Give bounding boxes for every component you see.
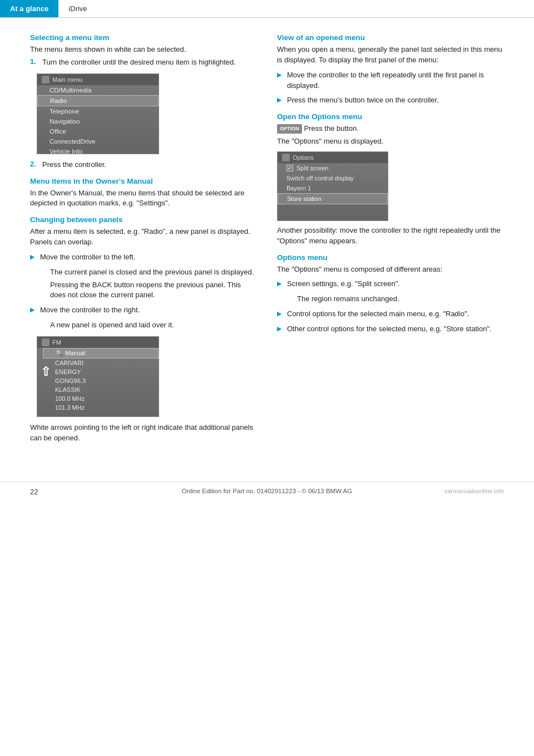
section-selecting-title: Selecting a menu item	[30, 33, 257, 42]
press-btn-text: Press the button.	[304, 124, 359, 132]
bullet-1-sub1: The current panel is closed and the prev…	[50, 267, 257, 278]
opt-bullet-tri-1: ▶	[277, 280, 284, 287]
section-open-options: Open the Options menu OPTIONPress the bu…	[277, 112, 504, 246]
options-displayed-text: The "Options" menu is displayed.	[277, 136, 504, 147]
section-view-opened-menu: View of an opened menu When you open a m…	[277, 33, 504, 106]
step-1-text: Turn the controller until the desired me…	[42, 57, 236, 68]
opt-bullet-tri-3: ▶	[277, 325, 284, 332]
step-1-row: 1. Turn the controller until the desired…	[30, 57, 257, 68]
view-bullet-2-text: Press the menu's button twice on the con…	[287, 95, 439, 106]
two-column-layout: Selecting a menu item The menu items sho…	[30, 33, 504, 448]
fm-left-arrow: ⇧	[41, 365, 51, 379]
bullet-triangle-1: ▶	[30, 253, 37, 261]
options-menu-intro: The "Options" menu is composed of differ…	[277, 264, 504, 275]
options-item-splitscreen: ✓ Split screen	[278, 163, 388, 173]
option-button-label: OPTION	[277, 124, 302, 134]
fm-item-1013mhz: 101.3 MHz	[43, 403, 159, 412]
tab-idrive[interactable]: iDrive	[58, 0, 97, 17]
options-item-switchoff: Switch off control display	[278, 173, 388, 183]
menu-item-radio: Radio	[37, 95, 159, 106]
step-1-num: 1.	[30, 57, 39, 68]
header-bar: At a glance iDrive	[0, 0, 534, 18]
open-options-title: Open the Options menu	[277, 112, 504, 121]
page-number: 22	[30, 488, 38, 496]
fm-title-label: FM	[52, 339, 61, 346]
menu-item-connecteddrive: ConnectedDrive	[37, 136, 159, 146]
menu-item-vehicleinfo: Vehicle Info	[37, 146, 159, 156]
footer-text: Online Edition for Part no. 01402911223 …	[182, 488, 352, 494]
owners-manual-body: In the Owner's Manual, the menu items th…	[30, 188, 257, 209]
section-changing-panels: Changing between panels After a menu ite…	[30, 215, 257, 443]
opt-bullet-1-text: Screen settings, e.g. "Split screen".	[287, 279, 400, 289]
bullet-triangle-2: ▶	[30, 306, 37, 313]
opt-bullet-1: ▶ Screen settings, e.g. "Split screen". …	[277, 279, 504, 305]
left-column: Selecting a menu item The menu items sho…	[30, 33, 257, 448]
fm-item-100mhz: 100.0 MHz	[43, 394, 159, 403]
options-item-bayern: Bayern 1	[278, 183, 388, 193]
options-menu-section-title: Options menu	[277, 253, 504, 262]
options-titlebar: Options	[278, 152, 388, 163]
options-icon	[282, 154, 290, 161]
menu-item-cd: CD/Multimedia	[37, 85, 159, 95]
changing-panels-intro: After a menu item is selected, e.g. "Rad…	[30, 227, 257, 248]
options-screenshot: Options ✓ Split screen Switch off contro…	[277, 151, 388, 221]
bullet-1-text: Move the controller to the left.	[40, 252, 257, 263]
splitscreen-label: Split screen	[296, 165, 328, 171]
section-owners-manual: Menu items in the Owner's Manual In the …	[30, 177, 257, 209]
section-selecting-menu-item: Selecting a menu item The menu items sho…	[30, 33, 257, 170]
opt-bullet-2: ▶ Control options for the selected main …	[277, 309, 504, 320]
bayern-label: Bayern 1	[286, 185, 311, 192]
opt-bullet-3-text: Other control options for the selected m…	[287, 324, 492, 335]
menu-item-telephone: Telephone	[37, 106, 159, 116]
fm-item-manual: 🔍 Manual	[43, 348, 159, 359]
fm-item-klassik: KLASSIK	[43, 385, 159, 394]
options-title-label: Options	[293, 154, 314, 161]
main-menu-title-label: Main menu	[52, 76, 82, 83]
bullet-2-sub: A new panel is opened and laid over it.	[50, 320, 174, 331]
view-opened-menu-title: View of an opened menu	[277, 33, 504, 42]
opt-bullet-tri-2: ▶	[277, 310, 284, 317]
menu-item-navigation: Navigation	[37, 116, 159, 126]
bullet-1-sub2: Pressing the BACK button reopens the pre…	[50, 280, 257, 301]
opt-bullet-1-sub: The region remains unchanged.	[297, 294, 400, 305]
fm-titlebar: FM	[37, 337, 159, 348]
right-column: View of an opened menu When you open a m…	[277, 33, 504, 448]
section-selecting-intro: The menu items shown in white can be sel…	[30, 45, 257, 55]
page-content: Selecting a menu item The menu items sho…	[0, 18, 534, 470]
fm-item-gong: GONG96.3	[43, 376, 159, 385]
step-2-num: 2.	[30, 160, 39, 170]
menu-item-office: Office	[37, 126, 159, 136]
fm-screenshot: FM ⇧ 🔍 Manual CARIVARI ENERGY GONG96.3 K…	[37, 336, 159, 417]
storestation-label: Store station	[287, 195, 322, 202]
bullet-2-text: Move the controller to the right.	[40, 305, 174, 316]
fm-item-energy: ENERGY	[43, 367, 159, 376]
arrows-caption: White arrows pointing to the left or rig…	[30, 423, 257, 444]
another-possibility-text: Another possibility: move the controller…	[277, 225, 504, 247]
step-2-text: Press the controller.	[42, 160, 106, 170]
section-options-menu: Options menu The "Options" menu is compo…	[277, 253, 504, 335]
options-item-storestation: Store station	[278, 193, 388, 204]
view-bullet-1: ▶ Move the controller to the left repeat…	[277, 70, 504, 91]
menu-icon	[42, 76, 50, 84]
view-opened-menu-body: When you open a menu, generally the pane…	[277, 45, 504, 66]
splitscreen-checkbox: ✓	[286, 165, 293, 171]
view-bullet-tri-2: ▶	[277, 96, 284, 104]
tab-at-a-glance[interactable]: At a glance	[0, 0, 58, 17]
watermark: carmanualsonline.info	[444, 488, 504, 494]
step-2-row: 2. Press the controller.	[30, 160, 257, 170]
page-footer: 22 Online Edition for Part no. 014029112…	[0, 482, 534, 500]
owners-manual-title: Menu items in the Owner's Manual	[30, 177, 257, 185]
view-bullet-2: ▶ Press the menu's button twice on the c…	[277, 95, 504, 106]
opt-bullet-2-text: Control options for the selected main me…	[287, 309, 469, 320]
bullet-move-right: ▶ Move the controller to the right. A ne…	[30, 305, 257, 331]
main-menu-screenshot: Main menu CD/Multimedia Radio Telephone …	[37, 73, 159, 154]
bullet-move-left: ▶ Move the controller to the left. The c…	[30, 252, 257, 301]
changing-panels-title: Changing between panels	[30, 215, 257, 224]
view-bullet-1-text: Move the controller to the left repeated…	[287, 70, 504, 91]
fm-item-carivari: CARIVARI	[43, 359, 159, 367]
view-bullet-tri-1: ▶	[277, 71, 284, 78]
switchoff-label: Switch off control display	[286, 175, 354, 181]
fm-icon	[42, 338, 50, 346]
open-options-body: OPTIONPress the button.	[277, 124, 504, 134]
main-menu-titlebar: Main menu	[37, 74, 159, 85]
